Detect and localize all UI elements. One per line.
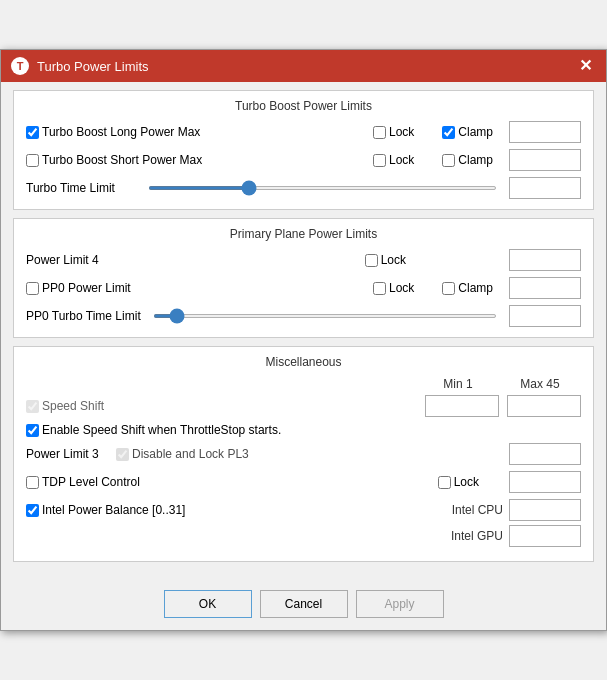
primary-plane-section: Primary Plane Power Limits Power Limit 4… <box>13 218 594 338</box>
speed-shift-label[interactable]: Speed Shift <box>26 399 104 413</box>
long-clamp-group[interactable]: Clamp <box>442 125 493 139</box>
tdp-row: TDP Level Control Lock 1 <box>26 471 581 493</box>
pl3-value[interactable]: 80000000 <box>509 443 581 465</box>
misc-title: Miscellaneous <box>26 355 581 369</box>
short-power-max-checkbox[interactable] <box>26 154 39 167</box>
pl3-row: Power Limit 3 Disable and Lock PL3 80000… <box>26 443 581 465</box>
app-icon: T <box>11 57 29 75</box>
time-limit-row: Turbo Time Limit 28 <box>26 177 581 199</box>
apply-button[interactable]: Apply <box>356 590 444 618</box>
intel-cpu-label: Intel CPU <box>452 503 503 517</box>
tdp-lock-group[interactable]: Lock <box>438 475 479 489</box>
pp0-time-slider-container <box>153 314 497 318</box>
speed-shift-max-input[interactable]: 45 <box>507 395 581 417</box>
pl4-value[interactable]: 160 <box>509 249 581 271</box>
short-power-lock-group[interactable]: Lock <box>373 153 414 167</box>
long-power-max-checkbox[interactable] <box>26 126 39 139</box>
short-power-max-row: Turbo Boost Short Power Max Lock Clamp 4… <box>26 149 581 171</box>
long-power-max-row: Turbo Boost Long Power Max Lock Clamp 80 <box>26 121 581 143</box>
pl4-lock-group[interactable]: Lock <box>365 253 406 267</box>
pp0-time-slider[interactable] <box>153 314 497 318</box>
pp0-lock-checkbox[interactable] <box>373 282 386 295</box>
close-button[interactable]: ✕ <box>575 58 596 74</box>
tdp-checkbox[interactable] <box>26 476 39 489</box>
titlebar: T Turbo Power Limits ✕ <box>1 50 606 82</box>
pp0-value[interactable]: 0 <box>509 277 581 299</box>
max-label: Max 45 <box>499 377 581 391</box>
titlebar-left: T Turbo Power Limits <box>11 57 149 75</box>
pp0-clamp-checkbox[interactable] <box>442 282 455 295</box>
turbo-boost-section: Turbo Boost Power Limits Turbo Boost Lon… <box>13 90 594 210</box>
pl3-disable-checkbox[interactable] <box>116 448 129 461</box>
turbo-boost-title: Turbo Boost Power Limits <box>26 99 581 113</box>
window-content: Turbo Boost Power Limits Turbo Boost Lon… <box>1 82 606 582</box>
enable-speed-shift-checkbox[interactable] <box>26 424 39 437</box>
tdp-value[interactable]: 1 <box>509 471 581 493</box>
speed-shift-inputs: 1 45 <box>425 395 581 417</box>
intel-gpu-value[interactable]: 0 <box>509 525 581 547</box>
pl3-disable-label[interactable]: Disable and Lock PL3 <box>116 447 249 461</box>
time-limit-slider-container <box>148 186 497 190</box>
pl3-middle: Disable and Lock PL3 <box>116 447 509 461</box>
pl4-row: Power Limit 4 Lock 160 <box>26 249 581 271</box>
short-power-lock-checkbox[interactable] <box>373 154 386 167</box>
short-clamp-group[interactable]: Clamp <box>442 153 493 167</box>
tdp-lock-checkbox[interactable] <box>438 476 451 489</box>
tdp-label[interactable]: TDP Level Control <box>26 475 140 489</box>
short-clamp-checkbox[interactable] <box>442 154 455 167</box>
intel-cpu-value[interactable]: 31 <box>509 499 581 521</box>
long-clamp-checkbox[interactable] <box>442 126 455 139</box>
pl4-lock-checkbox[interactable] <box>365 254 378 267</box>
short-power-value[interactable]: 40 <box>509 149 581 171</box>
window-title: Turbo Power Limits <box>37 59 149 74</box>
intel-gpu-row: Intel GPU 0 <box>26 525 581 547</box>
intel-gpu-label: Intel GPU <box>451 529 503 543</box>
pp0-label[interactable]: PP0 Power Limit <box>26 281 131 295</box>
pl3-label: Power Limit 3 <box>26 447 116 461</box>
intel-power-balance-checkbox[interactable] <box>26 504 39 517</box>
long-power-lock-group[interactable]: Lock <box>373 125 414 139</box>
min-label: Min 1 <box>417 377 499 391</box>
pp0-time-row: PP0 Turbo Time Limit 0.0010 <box>26 305 581 327</box>
primary-plane-title: Primary Plane Power Limits <box>26 227 581 241</box>
pp0-lock-group[interactable]: Lock <box>373 281 414 295</box>
time-limit-value[interactable]: 28 <box>509 177 581 199</box>
footer: OK Cancel Apply <box>1 582 606 630</box>
misc-section: Miscellaneous Min 1 Max 45 Speed Shift 1 <box>13 346 594 562</box>
long-power-max-label[interactable]: Turbo Boost Long Power Max <box>26 125 200 139</box>
pp0-checkbox[interactable] <box>26 282 39 295</box>
min-max-header: Min 1 Max 45 <box>26 377 581 391</box>
pp0-clamp-group[interactable]: Clamp <box>442 281 493 295</box>
time-limit-slider[interactable] <box>148 186 497 190</box>
pl4-label: Power Limit 4 <box>26 253 136 267</box>
long-power-lock-checkbox[interactable] <box>373 126 386 139</box>
intel-power-balance-label[interactable]: Intel Power Balance [0..31] <box>26 503 185 517</box>
pp0-time-value[interactable]: 0.0010 <box>509 305 581 327</box>
pp0-row: PP0 Power Limit Lock Clamp 0 <box>26 277 581 299</box>
cancel-button[interactable]: Cancel <box>260 590 348 618</box>
time-limit-label: Turbo Time Limit <box>26 181 136 195</box>
speed-shift-checkbox[interactable] <box>26 400 39 413</box>
speed-shift-row: Speed Shift 1 45 <box>26 395 581 417</box>
speed-shift-min-input[interactable]: 1 <box>425 395 499 417</box>
pp0-time-label: PP0 Turbo Time Limit <box>26 309 141 323</box>
ok-button[interactable]: OK <box>164 590 252 618</box>
enable-speed-shift-row: Enable Speed Shift when ThrottleStop sta… <box>26 423 581 437</box>
turbo-power-limits-window: T Turbo Power Limits ✕ Turbo Boost Power… <box>0 49 607 631</box>
short-power-max-label[interactable]: Turbo Boost Short Power Max <box>26 153 202 167</box>
intel-cpu-row: Intel Power Balance [0..31] Intel CPU 31 <box>26 499 581 521</box>
long-power-value[interactable]: 80 <box>509 121 581 143</box>
enable-speed-shift-label: Enable Speed Shift when ThrottleStop sta… <box>42 423 281 437</box>
